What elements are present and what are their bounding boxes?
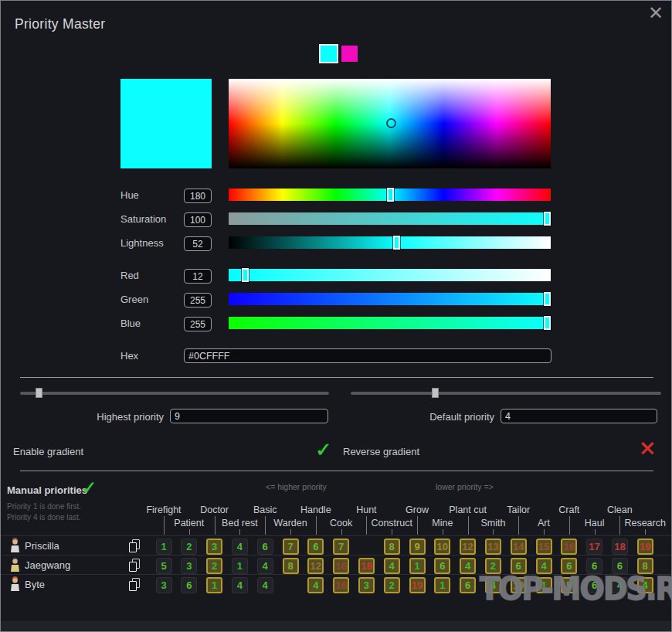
priority-cell-byte-handle[interactable]: 4 <box>307 577 324 593</box>
blue-value-input[interactable] <box>184 317 212 331</box>
column-header-handle: Handle <box>289 505 343 515</box>
column-tick-construct <box>392 529 392 535</box>
priority-cell-jaegwang-warden[interactable]: 8 <box>283 558 299 574</box>
column-header-smith: Smith <box>466 518 520 528</box>
column-header-cook: Cook <box>314 518 368 528</box>
default-priority-slider-track[interactable] <box>351 392 661 395</box>
priority-cell-jaegwang-grow[interactable]: 1 <box>409 558 426 574</box>
hue-slider-handle[interactable] <box>387 188 394 202</box>
priority-cell-byte-grow[interactable]: 19 <box>409 577 426 593</box>
copy-priorities-icon[interactable] <box>129 578 140 591</box>
enable-gradient-check-icon[interactable]: ✓ <box>315 438 332 461</box>
column-header-clean: Clean <box>592 505 647 515</box>
highest-priority-input[interactable] <box>170 409 328 423</box>
reverse-gradient-cross-icon[interactable]: ✕ <box>639 437 657 460</box>
priority-cell-jaegwang-handle[interactable]: 12 <box>307 558 324 574</box>
saturation-slider-bar[interactable] <box>229 212 551 225</box>
hue-lightness-picker[interactable] <box>229 79 551 168</box>
priority-cell-priscilla-basic[interactable]: 6 <box>257 539 273 555</box>
highest-priority-slider-knob[interactable] <box>36 388 42 398</box>
color-swatch-secondary[interactable] <box>341 46 358 62</box>
priority-cell-jaegwang-basic[interactable]: 4 <box>257 558 273 574</box>
priority-cell-priscilla-warden[interactable]: 7 <box>283 539 299 555</box>
red-slider-bar[interactable] <box>229 269 551 281</box>
priority-cell-byte-patient[interactable]: 6 <box>181 577 197 593</box>
priority-cell-byte-bed-rest[interactable]: 4 <box>232 577 248 593</box>
priority-cell-priscilla-doctor[interactable]: 3 <box>206 539 222 555</box>
green-value-input[interactable] <box>184 293 212 308</box>
picker-marker[interactable] <box>386 118 396 128</box>
green-slider-handle[interactable] <box>544 292 551 306</box>
lightness-value-input[interactable] <box>184 236 212 251</box>
lightness-slider-bar[interactable] <box>229 236 551 249</box>
column-tick-haul <box>595 529 596 535</box>
priority-cell-jaegwang-mine[interactable]: 6 <box>434 558 450 574</box>
priority-cell-priscilla-art[interactable]: 15 <box>536 539 552 555</box>
column-header-hunt: Hunt <box>339 505 393 515</box>
pawn-name: Byte <box>25 579 45 590</box>
priority-cell-priscilla-haul[interactable]: 17 <box>586 539 602 555</box>
hue-slider-bar[interactable] <box>229 189 551 201</box>
column-header-firefight: Firefight <box>137 505 191 515</box>
manual-priorities-label: Manual priorities <box>7 484 87 496</box>
saturation-slider-handle[interactable] <box>544 212 551 226</box>
enable-gradient-label: Enable gradient <box>13 446 83 457</box>
default-priority-slider-knob[interactable] <box>432 388 439 398</box>
priority-cell-jaegwang-plant-cut[interactable]: 4 <box>460 558 476 574</box>
priority-cell-priscilla-firefight[interactable]: 1 <box>156 539 172 555</box>
default-priority-label: Default priority <box>367 411 494 423</box>
priority-cell-priscilla-plant-cut[interactable]: 12 <box>460 539 476 555</box>
column-header-plant-cut: Plant cut <box>441 505 495 515</box>
priority-cell-priscilla-craft[interactable]: 16 <box>561 539 577 555</box>
priority-cell-byte-firefight[interactable]: 3 <box>156 577 172 593</box>
pawn-icon <box>9 538 21 556</box>
red-value-input[interactable] <box>184 269 212 284</box>
column-header-craft: Craft <box>542 505 596 515</box>
column-header-warden: Warden <box>263 518 317 528</box>
priority-cell-jaegwang-hunt[interactable]: 18 <box>358 558 375 574</box>
priority-cell-priscilla-handle[interactable]: 6 <box>307 539 324 555</box>
priority-cell-priscilla-clean[interactable]: 18 <box>612 539 628 555</box>
default-priority-input[interactable] <box>501 409 657 423</box>
copy-priorities-icon[interactable] <box>129 539 140 552</box>
priority-cell-jaegwang-patient[interactable]: 3 <box>181 558 197 574</box>
priority-cell-priscilla-grow[interactable]: 9 <box>409 539 426 555</box>
column-header-construct: Construct <box>365 518 419 528</box>
priority-cell-jaegwang-construct[interactable]: 4 <box>384 558 400 574</box>
green-slider-bar[interactable] <box>229 293 551 305</box>
priority-cell-priscilla-mine[interactable]: 10 <box>434 539 450 555</box>
priority-cell-priscilla-tailor[interactable]: 14 <box>511 539 527 555</box>
priority-cell-jaegwang-firefight[interactable]: 5 <box>156 558 172 574</box>
priority-cell-byte-hunt[interactable]: 3 <box>358 577 375 593</box>
priority-cell-byte-mine[interactable]: 1 <box>434 577 450 593</box>
priority-cell-priscilla-research[interactable]: 19 <box>637 539 653 555</box>
priority-cell-priscilla-cook[interactable]: 7 <box>333 539 349 555</box>
priority-cell-byte-doctor[interactable]: 1 <box>206 577 222 593</box>
copy-priorities-icon[interactable] <box>129 559 140 572</box>
manual-priorities-check-icon[interactable]: ✓ <box>82 477 97 498</box>
highest-priority-label: Highest priority <box>39 411 164 423</box>
priority-cell-jaegwang-doctor[interactable]: 2 <box>206 558 222 574</box>
priority-cell-priscilla-construct[interactable]: 8 <box>384 539 400 555</box>
color-swatch-current[interactable] <box>319 44 338 63</box>
priority-cell-priscilla-patient[interactable]: 2 <box>181 539 197 555</box>
priority-cell-priscilla-smith[interactable]: 13 <box>485 539 501 555</box>
priority-cell-jaegwang-cook[interactable]: 16 <box>333 558 349 574</box>
priority-cell-priscilla-bed-rest[interactable]: 4 <box>232 539 248 555</box>
blue-slider-bar[interactable] <box>229 317 551 329</box>
lightness-slider-handle[interactable] <box>393 236 400 250</box>
close-icon[interactable]: ✕ <box>648 2 664 24</box>
priority-cell-byte-basic[interactable]: 4 <box>257 577 273 593</box>
priority-cell-jaegwang-bed-rest[interactable]: 1 <box>232 558 248 574</box>
hex-input[interactable] <box>184 348 552 363</box>
column-tick-bed-rest <box>239 529 240 535</box>
priority-cell-byte-cook[interactable]: 16 <box>333 577 349 593</box>
column-header-basic: Basic <box>238 505 292 515</box>
priority-cell-byte-construct[interactable]: 2 <box>384 577 400 593</box>
hue-value-input[interactable] <box>184 189 212 203</box>
blue-slider-handle[interactable] <box>544 316 551 330</box>
priority-cell-byte-plant-cut[interactable]: 6 <box>460 577 476 593</box>
red-slider-handle[interactable] <box>242 268 249 282</box>
saturation-value-input[interactable] <box>184 212 212 227</box>
highest-priority-slider-track[interactable] <box>20 392 329 395</box>
